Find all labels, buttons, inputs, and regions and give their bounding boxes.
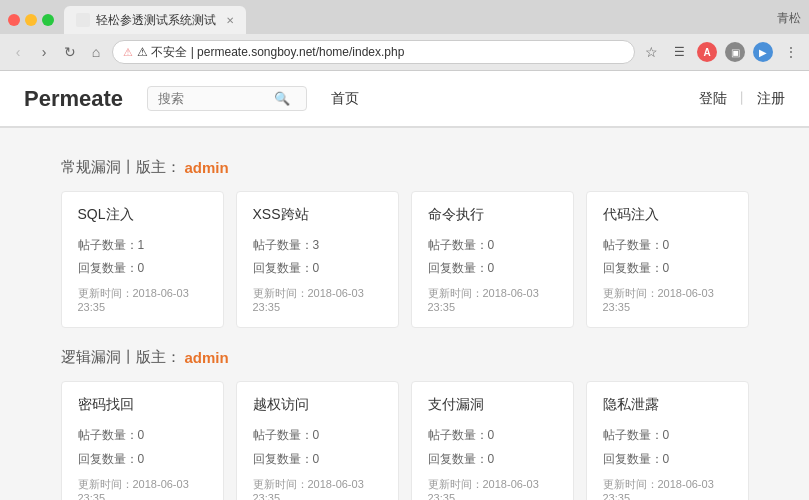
card-posts: 帖子数量：0 xyxy=(603,426,732,445)
app-logo: Permeate xyxy=(24,86,123,112)
card-replies: 回复数量：0 xyxy=(428,259,557,278)
card-posts: 帖子数量：0 xyxy=(78,426,207,445)
tab-favicon xyxy=(76,13,90,27)
search-input[interactable] xyxy=(158,91,268,106)
maximize-button[interactable] xyxy=(42,14,54,26)
card-title: 隐私泄露 xyxy=(603,396,732,414)
extension-icon-2[interactable]: ▶ xyxy=(753,42,773,62)
forum-card[interactable]: SQL注入 帖子数量：1 回复数量：0 更新时间：2018-06-03 23:3… xyxy=(61,191,224,328)
card-updated: 更新时间：2018-06-03 23:35 xyxy=(603,477,732,500)
section-header-common: 常规漏洞丨版主： admin xyxy=(61,158,749,177)
card-title: 代码注入 xyxy=(603,206,732,224)
browser-chrome: 轻松参透测试系统测试 ✕ 青松 ‹ › ↻ ⌂ ⚠ ⚠ 不安全 | permea… xyxy=(0,0,809,71)
app-header: Permeate 🔍 首页 登陆 丨 注册 xyxy=(0,71,809,127)
admin-link-logic[interactable]: admin xyxy=(185,349,229,366)
card-updated: 更新时间：2018-06-03 23:35 xyxy=(78,286,207,313)
card-posts: 帖子数量：0 xyxy=(428,236,557,255)
card-replies: 回复数量：0 xyxy=(78,259,207,278)
header-nav: 首页 xyxy=(331,90,359,108)
forward-button[interactable]: › xyxy=(34,42,54,62)
toolbar-icons: ☆ ☰ A ▣ ▶ ⋮ xyxy=(641,42,801,62)
user-badge: 青松 xyxy=(777,10,801,31)
common-vuln-section: 常规漏洞丨版主： admin SQL注入 帖子数量：1 回复数量：0 更新时间：… xyxy=(61,158,749,328)
card-replies: 回复数量：0 xyxy=(78,450,207,469)
tab-close-button[interactable]: ✕ xyxy=(226,15,234,26)
card-replies: 回复数量：0 xyxy=(603,259,732,278)
forum-card[interactable]: 越权访问 帖子数量：0 回复数量：0 更新时间：2018-06-03 23:35 xyxy=(236,381,399,500)
forum-card[interactable]: XSS跨站 帖子数量：3 回复数量：0 更新时间：2018-06-03 23:3… xyxy=(236,191,399,328)
card-replies: 回复数量：0 xyxy=(253,259,382,278)
card-updated: 更新时间：2018-06-03 23:35 xyxy=(603,286,732,313)
card-replies: 回复数量：0 xyxy=(253,450,382,469)
traffic-lights xyxy=(8,14,54,26)
forum-card[interactable]: 命令执行 帖子数量：0 回复数量：0 更新时间：2018-06-03 23:35 xyxy=(411,191,574,328)
logic-vuln-section: 逻辑漏洞丨版主： admin 密码找回 帖子数量：0 回复数量：0 更新时间：2… xyxy=(61,348,749,500)
tab-title: 轻松参透测试系统测试 xyxy=(96,12,216,29)
card-title: SQL注入 xyxy=(78,206,207,224)
card-updated: 更新时间：2018-06-03 23:35 xyxy=(253,286,382,313)
svg-rect-0 xyxy=(76,13,90,27)
nav-home[interactable]: 首页 xyxy=(331,90,359,106)
card-posts: 帖子数量：0 xyxy=(428,426,557,445)
card-title: 命令执行 xyxy=(428,206,557,224)
bookmark-icon[interactable]: ☆ xyxy=(641,42,661,62)
security-icon: ⚠ xyxy=(123,46,133,59)
card-posts: 帖子数量：0 xyxy=(603,236,732,255)
url-bar[interactable]: ⚠ ⚠ 不安全 | permeate.songboy.net/home/inde… xyxy=(112,40,635,64)
section-title-logic: 逻辑漏洞丨版主： xyxy=(61,348,181,367)
card-posts: 帖子数量：1 xyxy=(78,236,207,255)
card-posts: 帖子数量：0 xyxy=(253,426,382,445)
back-button[interactable]: ‹ xyxy=(8,42,28,62)
section-header-logic: 逻辑漏洞丨版主： admin xyxy=(61,348,749,367)
common-vuln-grid: SQL注入 帖子数量：1 回复数量：0 更新时间：2018-06-03 23:3… xyxy=(61,191,749,328)
login-link[interactable]: 登陆 xyxy=(699,90,727,108)
card-updated: 更新时间：2018-06-03 23:35 xyxy=(428,477,557,500)
extension-icon-1[interactable]: ▣ xyxy=(725,42,745,62)
active-tab[interactable]: 轻松参透测试系统测试 ✕ xyxy=(64,6,246,34)
address-bar: ‹ › ↻ ⌂ ⚠ ⚠ 不安全 | permeate.songboy.net/h… xyxy=(0,34,809,70)
section-title-common: 常规漏洞丨版主： xyxy=(61,158,181,177)
card-updated: 更新时间：2018-06-03 23:35 xyxy=(428,286,557,313)
forum-card[interactable]: 支付漏洞 帖子数量：0 回复数量：0 更新时间：2018-06-03 23:35 xyxy=(411,381,574,500)
card-title: XSS跨站 xyxy=(253,206,382,224)
url-text: ⚠ 不安全 | permeate.songboy.net/home/index.… xyxy=(137,44,624,61)
reader-icon[interactable]: ☰ xyxy=(669,42,689,62)
close-button[interactable] xyxy=(8,14,20,26)
tab-bar: 轻松参透测试系统测试 ✕ 青松 xyxy=(0,0,809,34)
card-updated: 更新时间：2018-06-03 23:35 xyxy=(253,477,382,500)
card-title: 越权访问 xyxy=(253,396,382,414)
search-icon: 🔍 xyxy=(274,91,290,106)
main-content: 常规漏洞丨版主： admin SQL注入 帖子数量：1 回复数量：0 更新时间：… xyxy=(45,138,765,500)
menu-icon[interactable]: ⋮ xyxy=(781,42,801,62)
card-title: 密码找回 xyxy=(78,396,207,414)
header-actions: 登陆 丨 注册 xyxy=(699,90,785,108)
minimize-button[interactable] xyxy=(25,14,37,26)
search-bar[interactable]: 🔍 xyxy=(147,86,307,111)
card-posts: 帖子数量：3 xyxy=(253,236,382,255)
nav-divider: 丨 xyxy=(735,90,749,108)
admin-link-common[interactable]: admin xyxy=(185,159,229,176)
card-replies: 回复数量：0 xyxy=(428,450,557,469)
logic-vuln-grid: 密码找回 帖子数量：0 回复数量：0 更新时间：2018-06-03 23:35… xyxy=(61,381,749,500)
forum-card[interactable]: 密码找回 帖子数量：0 回复数量：0 更新时间：2018-06-03 23:35 xyxy=(61,381,224,500)
ad-block-icon[interactable]: A xyxy=(697,42,717,62)
card-updated: 更新时间：2018-06-03 23:35 xyxy=(78,477,207,500)
register-link[interactable]: 注册 xyxy=(757,90,785,108)
forum-card[interactable]: 隐私泄露 帖子数量：0 回复数量：0 更新时间：2018-06-03 23:35 xyxy=(586,381,749,500)
forum-card[interactable]: 代码注入 帖子数量：0 回复数量：0 更新时间：2018-06-03 23:35 xyxy=(586,191,749,328)
card-replies: 回复数量：0 xyxy=(603,450,732,469)
card-title: 支付漏洞 xyxy=(428,396,557,414)
reload-button[interactable]: ↻ xyxy=(60,42,80,62)
home-button[interactable]: ⌂ xyxy=(86,42,106,62)
